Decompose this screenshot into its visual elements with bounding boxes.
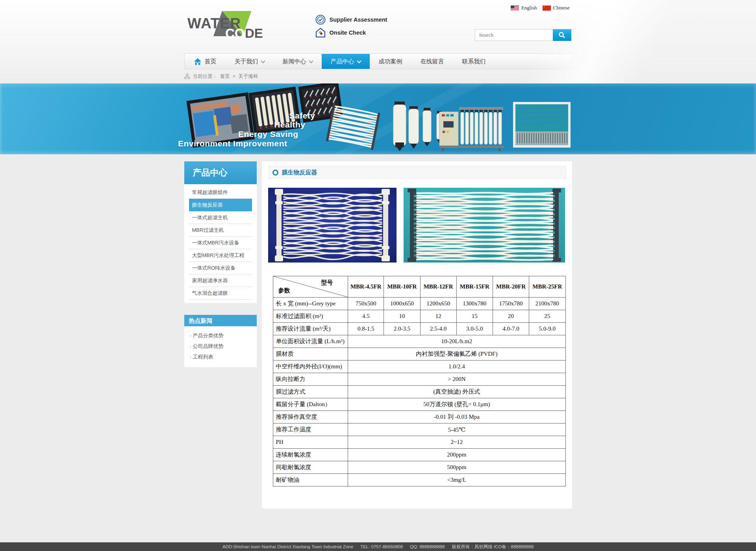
- supplier-assessment-badge[interactable]: Supplier Assessment: [315, 13, 387, 26]
- sidebar-item-6[interactable]: 大型MBR污水处理工程: [189, 249, 252, 262]
- value-cell: 15: [456, 310, 493, 323]
- breadcrumb-prefix: 当前位置：: [193, 73, 218, 80]
- model-header-1: MBR-4.5FR: [348, 276, 384, 298]
- param-cell-11: 推荐工作温度: [273, 423, 348, 436]
- spec-table: 型号参数MBR-4.5FRMBR-10FRMBR-12FRMBR-15FRMBR…: [273, 276, 566, 486]
- value-cell: 2.0-3.5: [384, 323, 420, 335]
- nav-item-7[interactable]: 联系我们: [453, 54, 495, 69]
- sidebar-item-7[interactable]: 一体式RO纯水设备: [189, 262, 252, 274]
- page: WATER CO DE Supplier Assessment: [0, 0, 756, 551]
- value-cell-span: 10-20L/h.m2: [348, 335, 565, 348]
- value-cell: 1750x780: [493, 298, 529, 310]
- value-cell-span: 1.0/2.4: [348, 361, 565, 373]
- banner-slogan-environment: Environment Improvement: [178, 139, 287, 148]
- onsite-check-icon: [315, 28, 326, 38]
- onsite-check-badge[interactable]: Onsite Check: [315, 26, 387, 39]
- param-cell-6: 中空纤维内外径(I/O)(mm): [273, 361, 348, 373]
- model-header-2: MBR-10FR: [384, 276, 420, 298]
- sidebar-item-5[interactable]: 一体式MBR污水设备: [189, 237, 252, 249]
- param-cell-13: 连续耐氯浓度: [273, 449, 348, 461]
- logo[interactable]: WATER CO DE: [187, 9, 271, 41]
- nav-item-2[interactable]: 关于我们: [226, 54, 274, 69]
- nav-item-4[interactable]: 产品中心: [322, 54, 370, 69]
- param-cell-1: 长 x 宽 (mm)--Grey type: [273, 298, 348, 310]
- value-cell: 750x500: [348, 298, 384, 310]
- hero-banner: Safety Healthy Energy Saving Environment…: [0, 83, 756, 154]
- logo-graphic: WATER CO DE: [187, 9, 271, 39]
- search-box: [475, 29, 571, 41]
- search-input[interactable]: [475, 29, 553, 41]
- banner-slogan-energy: Energy Saving: [238, 129, 298, 139]
- footer-address: ADD:Shishan town Nanhai District Xiaotan…: [222, 544, 353, 549]
- param-cell-3: 推荐设计流量 (m³/天): [273, 323, 348, 335]
- sidebar-item-8[interactable]: 家用超滤净水器: [189, 274, 252, 287]
- footer-copyright: 版权所有：凤软网络 ICO备：888888888: [452, 544, 534, 550]
- value-cell: 5.0-9.0: [529, 323, 565, 335]
- banner-slogan-safety: Safety: [289, 111, 315, 120]
- nav-item-label: 新闻中心: [283, 58, 306, 65]
- breadcrumb-current: 关于海科: [238, 73, 258, 80]
- lang-english[interactable]: English: [511, 5, 537, 11]
- product-center-header: 产品中心: [184, 161, 257, 184]
- value-cell-span: 5-45℃: [348, 423, 565, 436]
- param-cell-7: 纵向拉断力: [273, 373, 348, 386]
- sidebar: 产品中心 常规超滤膜组件膜生物反应器一体式超滤主机MBR过滤主机一体式MBR污水…: [184, 161, 257, 367]
- logo-text-co: CO: [225, 26, 245, 39]
- value-cell-span: <3mg/L: [348, 474, 565, 486]
- search-button[interactable]: [553, 29, 571, 41]
- value-cell-span: 2~12: [348, 436, 565, 449]
- nav-item-5[interactable]: 成功案例: [370, 54, 411, 69]
- sidebar-item-3[interactable]: 一体式超滤主机: [189, 211, 252, 224]
- model-header-6: MBR-25FR: [529, 276, 565, 298]
- search-icon: [558, 31, 565, 39]
- hot-news-item-1[interactable]: 产品分类优势: [184, 330, 257, 341]
- param-cell-8: 膜过滤方式: [273, 386, 348, 398]
- product-menu: 常规超滤膜组件膜生物反应器一体式超滤主机MBR过滤主机一体式MBR污水设备大型M…: [184, 184, 257, 303]
- main-panel: 膜生物反应器: [262, 161, 572, 508]
- lang-chinese[interactable]: Chinese: [543, 5, 570, 11]
- nav-item-label: 成功案例: [379, 58, 402, 65]
- table-corner-cell: 型号参数: [273, 276, 348, 298]
- value-cell-span: (真空抽滤) 外压式: [348, 386, 565, 398]
- value-cell-span: > 200N: [348, 373, 565, 386]
- footer: ADD:Shishan town Nanhai District Xiaotan…: [0, 542, 756, 551]
- param-cell-2: 标准过滤面积 (m²): [273, 310, 348, 323]
- hot-news-item-2[interactable]: 公司品牌优势: [184, 341, 257, 351]
- banner-photo-basin: [513, 102, 571, 148]
- sidebar-item-4[interactable]: MBR过滤主机: [189, 224, 252, 237]
- breadcrumb-home-link[interactable]: 首页: [220, 73, 230, 80]
- sidebar-item-9[interactable]: 气水混合超滤膜: [189, 287, 252, 300]
- value-cell: 0.8-1.5: [348, 323, 384, 335]
- product-photos: [268, 188, 566, 263]
- value-cell: 4.0-7.0: [493, 323, 529, 335]
- chevron-down-icon: [357, 59, 361, 63]
- sitemap-icon: [184, 74, 190, 79]
- sidebar-item-1[interactable]: 常规超滤膜组件: [189, 186, 252, 199]
- lang-chinese-label: Chinese: [553, 5, 570, 11]
- model-header-4: MBR-15FR: [456, 276, 493, 298]
- value-cell: 25: [529, 310, 565, 323]
- banner-slogan-healthy: Healthy: [274, 120, 305, 129]
- sidebar-item-2[interactable]: 膜生物反应器: [189, 199, 252, 211]
- model-header-3: MBR-12FR: [420, 276, 456, 298]
- onsite-check-label: Onsite Check: [330, 30, 366, 36]
- param-cell-15: 耐矿物油: [273, 474, 348, 486]
- banner-uf-skid: [439, 107, 504, 151]
- nav-item-6[interactable]: 在线留言: [411, 54, 453, 69]
- page-title-bar: 膜生物反应器: [268, 166, 566, 179]
- value-cell: 2.5-4.0: [420, 323, 456, 335]
- nav-item-1[interactable]: 首页: [185, 54, 226, 69]
- value-cell: 1200x650: [420, 298, 456, 310]
- hot-news-item-3[interactable]: 工程列表: [184, 351, 257, 362]
- value-cell-span: 内衬加强型-聚偏氟乙烯 (PVDF): [348, 348, 565, 361]
- lang-english-label: English: [521, 5, 537, 11]
- param-cell-4: 单位面积设计流量 (L/h.m²): [273, 335, 348, 348]
- page-title: 膜生物反应器: [282, 169, 317, 176]
- nav-item-3[interactable]: 新闻中心: [274, 54, 322, 69]
- value-cell: 1300x780: [456, 298, 493, 310]
- breadcrumb-separator: >: [233, 74, 235, 79]
- value-cell-span: 500ppm: [348, 461, 565, 474]
- certification-badges: Supplier Assessment Onsite Check: [315, 13, 387, 39]
- hot-news-list: 产品分类优势公司品牌优势工程列表: [184, 326, 257, 367]
- footer-tel: TEL: 0757-86650808: [360, 544, 403, 549]
